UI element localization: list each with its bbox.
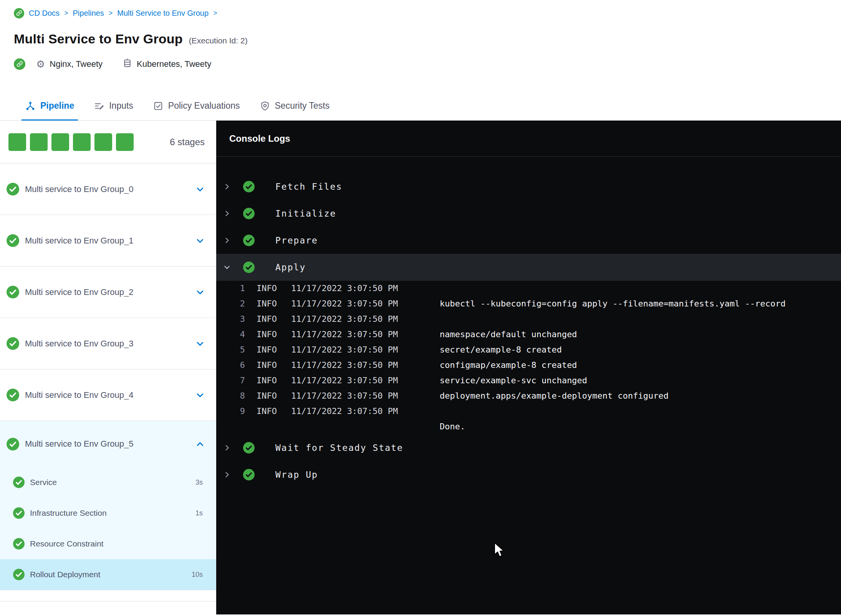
step-label: Resource Constraint — [30, 539, 203, 548]
stage-label: Multi service to Env Group_5 — [25, 439, 195, 449]
success-check-icon — [13, 507, 25, 519]
success-check-icon — [243, 469, 255, 480]
mouse-cursor — [493, 542, 507, 558]
tab-label: Pipeline — [40, 101, 74, 111]
success-check-icon — [7, 286, 19, 298]
success-check-icon — [7, 389, 19, 401]
chevron-down-icon[interactable] — [195, 288, 205, 297]
log-line-number: 2 — [216, 296, 245, 311]
step-row-infrastructure-section[interactable]: Infrastructure Section 1s — [0, 498, 216, 528]
log-line-done: Done. — [216, 419, 841, 434]
chevron-down-icon[interactable] — [222, 263, 232, 271]
chevron-right-icon[interactable] — [222, 210, 232, 217]
success-check-icon — [243, 181, 255, 192]
console-step-wait-for-steady-state[interactable]: Wait for Steady State — [216, 434, 841, 461]
log-level — [245, 419, 280, 434]
log-line-number: 1 — [216, 281, 245, 296]
chevron-down-icon[interactable] — [195, 185, 205, 194]
log-level: INFO — [245, 327, 280, 342]
console-logs-panel: Console Logs Fetch Files Initialize Prep… — [216, 121, 841, 614]
stage-row[interactable]: Multi service to Env Group_3 — [0, 318, 216, 369]
step-row-resource-constraint[interactable]: Resource Constraint — [0, 528, 216, 559]
step-duration: 3s — [195, 479, 203, 487]
log-timestamp: 11/17/2022 3:07:50 PM — [280, 404, 428, 419]
log-level: INFO — [245, 311, 280, 327]
log-level: INFO — [245, 404, 280, 419]
console-log-lines: 1INFO11/17/2022 3:07:50 PM 2INFO11/17/20… — [216, 281, 841, 434]
breadcrumb-link-pipelines[interactable]: Pipelines — [73, 9, 104, 18]
tab-pipeline[interactable]: Pipeline — [15, 91, 84, 120]
stage-row[interactable]: Multi service to Env Group_2 — [0, 267, 216, 318]
chevron-up-icon[interactable] — [195, 439, 205, 449]
breadcrumb-separator: > — [109, 9, 113, 17]
success-check-icon — [7, 234, 19, 247]
chevron-right-icon[interactable] — [222, 444, 232, 452]
tab-security-tests[interactable]: Security Tests — [250, 91, 340, 120]
success-check-icon — [243, 442, 255, 454]
stage-row-expanded[interactable]: Multi service to Env Group_5 — [0, 421, 216, 467]
log-line: 9INFO11/17/2022 3:07:50 PM — [216, 404, 841, 419]
execution-id: (Execution Id: 2) — [189, 36, 248, 45]
stage-row[interactable]: Multi service to Env Group_4 — [0, 369, 216, 421]
step-row-rollout-deployment[interactable]: Rollout Deployment 10s — [0, 559, 216, 590]
step-row-service[interactable]: Service 3s — [0, 467, 216, 498]
step-duration: 10s — [192, 571, 203, 579]
stage-row[interactable]: Multi service to Env Group_1 — [0, 215, 216, 267]
log-line-number: 6 — [216, 358, 245, 373]
log-line-number — [216, 419, 245, 434]
stage-square — [94, 133, 112, 151]
chevron-right-icon[interactable] — [222, 471, 232, 479]
console-step-label: Prepare — [275, 235, 318, 245]
chevron-down-icon[interactable] — [195, 339, 205, 348]
stage-label: Multi service to Env Group_0 — [25, 184, 195, 194]
chevron-down-icon[interactable] — [195, 236, 205, 245]
execution-tabs: Pipeline Inputs Policy Evaluations Secur… — [0, 91, 841, 121]
log-level: INFO — [245, 388, 280, 404]
stage-label: Multi service to Env Group_4 — [25, 390, 195, 400]
stage-row[interactable]: Multi service to Env Group_0 — [0, 164, 216, 215]
console-step-label: Wrap Up — [275, 470, 318, 480]
console-step-wrap-up[interactable]: Wrap Up — [216, 461, 841, 488]
log-timestamp: 11/17/2022 3:07:50 PM — [280, 281, 428, 296]
tab-inputs[interactable]: Inputs — [84, 91, 143, 120]
console-step-fetch-files[interactable]: Fetch Files — [216, 173, 841, 200]
log-timestamp: 11/17/2022 3:07:50 PM — [280, 373, 428, 388]
chevron-down-icon[interactable] — [195, 391, 205, 400]
console-steps: Fetch Files Initialize Prepare Apply — [216, 157, 841, 488]
tab-policy-evaluations[interactable]: Policy Evaluations — [143, 91, 250, 120]
stage-count-label: 6 stages — [170, 137, 205, 147]
console-step-initialize[interactable]: Initialize — [216, 200, 841, 227]
policy-evaluations-icon — [153, 101, 163, 111]
log-message: Done. — [428, 419, 841, 434]
infrastructure-label: Kubernetes, Tweety — [137, 59, 211, 69]
stage-label: Multi service to Env Group_3 — [25, 339, 195, 349]
stage-label: Multi service to Env Group_1 — [25, 236, 195, 246]
log-timestamp — [280, 419, 428, 434]
log-timestamp: 11/17/2022 3:07:50 PM — [280, 311, 428, 327]
chevron-right-icon[interactable] — [222, 237, 232, 244]
page-title: Multi Service to Env Group — [14, 31, 183, 46]
log-message — [428, 404, 841, 419]
stages-summary: 6 stages — [0, 121, 216, 164]
log-line: 5INFO11/17/2022 3:07:50 PMsecret/example… — [216, 342, 841, 358]
security-tests-icon — [260, 101, 270, 111]
log-line: 6INFO11/17/2022 3:07:50 PMconfigmap/exam… — [216, 358, 841, 373]
log-timestamp: 11/17/2022 3:07:50 PM — [280, 327, 428, 342]
log-level: INFO — [245, 281, 280, 296]
chevron-right-icon[interactable] — [222, 183, 232, 190]
tab-label: Inputs — [109, 101, 133, 111]
breadcrumb-separator: > — [64, 9, 68, 17]
pipeline-execution-page: CD Docs > Pipelines > Multi Service to E… — [0, 0, 841, 616]
log-timestamp: 11/17/2022 3:07:50 PM — [280, 296, 428, 311]
breadcrumb-link-cd-docs[interactable]: CD Docs — [29, 9, 60, 18]
console-step-apply[interactable]: Apply — [216, 254, 841, 281]
log-line-number: 4 — [216, 327, 245, 342]
log-line-number: 3 — [216, 311, 245, 327]
log-line-number: 5 — [216, 342, 245, 358]
log-line-number: 8 — [216, 388, 245, 404]
stage-label: Multi service to Env Group_2 — [25, 287, 195, 297]
stage-square — [30, 133, 48, 151]
breadcrumb-link-pipeline-name[interactable]: Multi Service to Env Group — [117, 9, 209, 18]
stage-status-squares — [8, 133, 170, 151]
console-step-prepare[interactable]: Prepare — [216, 227, 841, 254]
